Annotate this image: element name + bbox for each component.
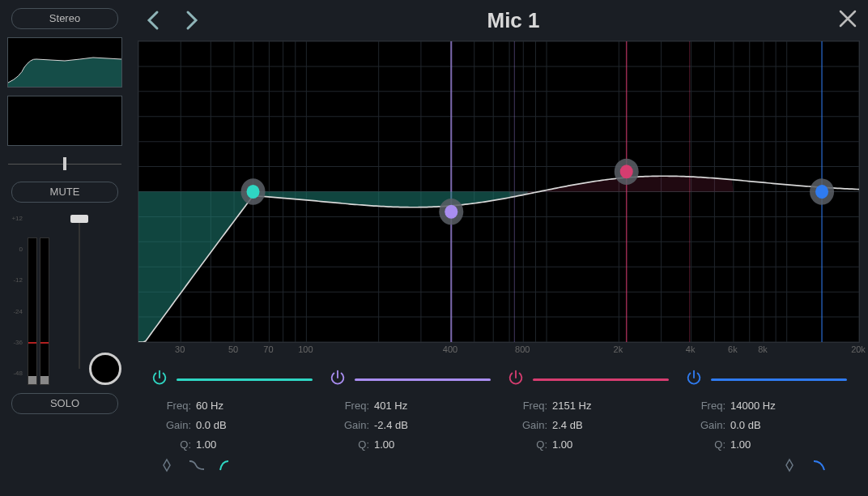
pan-slider[interactable] bbox=[8, 154, 121, 173]
band-2-gain-value[interactable]: -2.4 dB bbox=[374, 416, 439, 435]
svg-point-51 bbox=[445, 205, 457, 219]
band-1-shape-bell[interactable] bbox=[159, 458, 175, 476]
band-3-gain-value[interactable]: 2.4 dB bbox=[552, 416, 617, 435]
band-4-gain-value[interactable]: 0.0 dB bbox=[730, 416, 795, 435]
band-2-q-value[interactable]: 1.00 bbox=[374, 435, 439, 455]
main-panel: Mic 1 3050701004008002k4k6k8k20k Freq: 6… bbox=[130, 0, 868, 496]
band-3-enable-button[interactable] bbox=[507, 369, 525, 390]
gain-knob[interactable] bbox=[89, 353, 121, 385]
freq-label: Freq: bbox=[329, 396, 374, 416]
band-4-q-value[interactable]: 1.00 bbox=[730, 435, 795, 455]
frequency-axis: 3050701004008002k4k6k8k20k bbox=[138, 344, 860, 362]
svg-point-55 bbox=[815, 185, 828, 199]
fader-handle[interactable] bbox=[70, 215, 88, 223]
prev-channel-button[interactable] bbox=[146, 9, 160, 32]
band-3-freq-value[interactable]: 2151 Hz bbox=[552, 396, 617, 416]
gain-label: Gain: bbox=[685, 416, 730, 435]
meter-right bbox=[40, 237, 49, 385]
eq-band-1: Freq: 60 Hz Gain: 0.0 dB Q: 1.00 bbox=[143, 369, 321, 490]
channel-title: Mic 1 bbox=[199, 8, 828, 33]
channel-mode-button[interactable]: Stereo bbox=[11, 8, 118, 29]
eq-band-controls: Freq: 60 Hz Gain: 0.0 dB Q: 1.00 bbox=[130, 362, 868, 496]
freq-label: Freq: bbox=[685, 396, 730, 416]
meter-left bbox=[28, 237, 37, 385]
dynamics-thumbnail[interactable] bbox=[7, 96, 122, 146]
svg-point-49 bbox=[247, 185, 260, 199]
band-1-enable-button[interactable] bbox=[151, 369, 168, 390]
band-3-color-indicator bbox=[533, 378, 669, 381]
band-2-enable-button[interactable] bbox=[329, 369, 347, 390]
band-1-color-indicator bbox=[177, 378, 313, 381]
band-1-freq-value[interactable]: 60 Hz bbox=[196, 396, 261, 416]
band-1-q-value[interactable]: 1.00 bbox=[196, 435, 261, 455]
next-channel-button[interactable] bbox=[185, 9, 199, 32]
band-4-shape-bell[interactable] bbox=[781, 458, 798, 476]
band-1-gain-value[interactable]: 0.0 dB bbox=[196, 416, 261, 435]
band-4-shape-highcut[interactable] bbox=[811, 459, 827, 475]
solo-button[interactable]: SOLO bbox=[11, 393, 118, 414]
sidebar: Stereo MUTE +120-12-24-36-48 bbox=[0, 0, 130, 496]
gain-label: Gain: bbox=[507, 416, 552, 435]
eq-band-2: Freq: 401 Hz Gain: -2.4 dB Q: 1.00 bbox=[321, 369, 499, 490]
eq-graph[interactable] bbox=[138, 41, 860, 343]
q-label: Q: bbox=[151, 435, 196, 455]
band-3-q-value[interactable]: 1.00 bbox=[552, 435, 617, 455]
band-4-enable-button[interactable] bbox=[685, 369, 703, 390]
svg-point-53 bbox=[620, 165, 633, 178]
meter-area: +120-12-24-36-48 bbox=[8, 211, 121, 385]
fader-track bbox=[79, 215, 80, 369]
eq-thumbnail[interactable] bbox=[7, 37, 122, 88]
q-label: Q: bbox=[507, 435, 552, 455]
band-1-shape-lowcut[interactable] bbox=[219, 459, 235, 475]
gain-label: Gain: bbox=[329, 416, 374, 435]
eq-band-4: Freq: 14000 Hz Gain: 0.0 dB Q: 1.00 bbox=[677, 369, 855, 490]
title-bar: Mic 1 bbox=[130, 0, 868, 41]
freq-label: Freq: bbox=[151, 396, 196, 416]
band-2-color-indicator bbox=[355, 378, 491, 381]
band-4-color-indicator bbox=[711, 378, 847, 381]
q-label: Q: bbox=[685, 435, 730, 455]
band-2-freq-value[interactable]: 401 Hz bbox=[374, 396, 439, 416]
eq-band-3: Freq: 2151 Hz Gain: 2.4 dB Q: 1.00 bbox=[499, 369, 677, 490]
mute-button[interactable]: MUTE bbox=[11, 182, 118, 203]
meter-scale: +120-12-24-36-48 bbox=[8, 215, 23, 385]
gain-label: Gain: bbox=[151, 416, 196, 435]
freq-label: Freq: bbox=[507, 396, 552, 416]
q-label: Q: bbox=[329, 435, 374, 455]
band-4-freq-value[interactable]: 14000 Hz bbox=[730, 396, 795, 416]
close-button[interactable] bbox=[828, 8, 868, 32]
band-1-shape-lowshelf[interactable] bbox=[188, 459, 206, 475]
